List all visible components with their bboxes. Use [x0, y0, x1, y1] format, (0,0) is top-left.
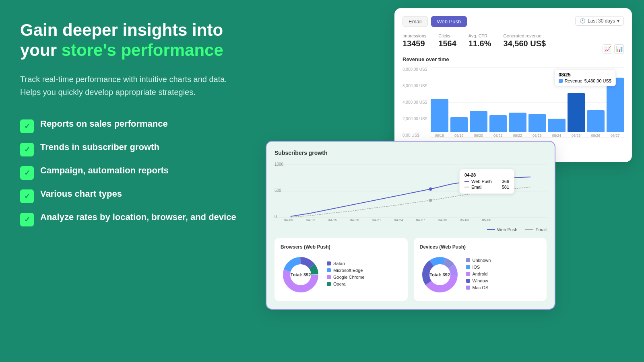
feature-item-2: Trends in subscriber growth	[20, 142, 246, 156]
headline-line1: Gain deeper insights into	[20, 21, 223, 39]
bar-8	[587, 110, 605, 132]
bar-label-0: 08/18	[435, 134, 444, 138]
svg-text:04-18: 04-18	[350, 218, 359, 221]
feature-item-5: Analyze rates by location, browser, and …	[20, 212, 246, 226]
left-panel: Gain deeper insights into your store's p…	[20, 20, 246, 235]
bar-group-1: 08/19	[450, 117, 468, 138]
check-icon-2	[20, 143, 34, 156]
bar-group-4: 08/22	[509, 113, 526, 138]
bar-group-2: 08/20	[470, 111, 487, 138]
feature-label-1: Reports on sales performance	[40, 119, 168, 129]
bar-chart: 8,000,00 US$ 6,000,00 US$ 4,000,00 US$ 2…	[402, 67, 624, 148]
tooltip-row: Revenue 5,430.00 US$	[559, 78, 611, 83]
bar-label-3: 08/21	[493, 134, 503, 138]
devices-donut: Total: 392	[420, 255, 460, 295]
metric-revenue: Generated revenue 34,560 US$	[504, 33, 546, 48]
line-chart-tooltip: 04-28 Web Push 366 Email 581	[459, 169, 514, 194]
bar-label-8: 08/26	[591, 134, 600, 138]
bar-4	[509, 113, 526, 132]
line-chart-container: 1000 500 0 04-09 04-12 04-15 04-18 04-21…	[275, 161, 547, 221]
clicks-label: Clicks	[438, 33, 456, 38]
feature-item-4: Various chart types	[20, 189, 246, 203]
webpush-line	[487, 229, 495, 230]
revenue-dashboard: Email Web Push 🕐 Last 30 days ▾ Impressi…	[394, 8, 632, 162]
bar-3	[489, 115, 507, 132]
devices-donut-section: Total: 392 Unknown IOS Android	[420, 255, 541, 295]
svg-text:500: 500	[275, 188, 281, 193]
revenue-tooltip: 08/25 Revenue 5,430.00 US$	[554, 69, 616, 86]
email-legend-label: Email	[535, 227, 547, 232]
browsers-title: Browsers (Web Push)	[281, 244, 402, 250]
tooltip-label: Revenue	[565, 78, 582, 83]
legend-window: Window	[466, 278, 491, 283]
ios-color	[466, 265, 470, 269]
date-filter-label: Last 30 days	[588, 18, 615, 24]
android-label: Android	[473, 272, 488, 276]
impressions-value: 13459	[402, 39, 426, 48]
devices-legend: Unknown IOS Android Window	[466, 258, 491, 292]
bar-label-1: 08/19	[454, 134, 464, 138]
legend-edge: Microsoft Edge	[327, 268, 365, 273]
svg-text:0: 0	[275, 214, 277, 219]
webpush-legend-label: Web Push	[497, 227, 518, 232]
y-axis: 8,000,00 US$ 6,000,00 US$ 4,000,00 US$ 2…	[402, 67, 427, 138]
bar-7	[568, 93, 585, 132]
browsers-donut: Total: 392	[281, 255, 321, 295]
bar-group-6: 08/24	[548, 119, 566, 138]
legend-macos: Mac OS	[466, 285, 491, 290]
subscribers-title: Subscribers growth	[275, 150, 547, 156]
y-label-5: 0,00 US$	[402, 133, 427, 138]
macos-label: Mac OS	[473, 285, 489, 290]
impressions-label: Impressions	[402, 33, 426, 38]
tab-webpush[interactable]: Web Push	[431, 16, 467, 27]
bottom-charts-row: Browsers (Web Push) Total: 392	[275, 238, 547, 301]
svg-text:05-03: 05-03	[460, 218, 469, 221]
revenue-value: 34,560 US$	[504, 39, 546, 48]
bar-label-2: 08/20	[474, 134, 483, 138]
date-filter[interactable]: 🕐 Last 30 days ▾	[575, 16, 624, 26]
feature-label-3: Campaign, automation reports	[40, 165, 169, 176]
opera-color	[327, 282, 331, 286]
bar-5	[528, 114, 546, 132]
headline-line2: your	[20, 41, 62, 60]
window-color	[466, 279, 470, 283]
chrome-color	[327, 275, 331, 279]
chevron-down-icon: ▾	[617, 18, 619, 24]
svg-text:04-09: 04-09	[284, 218, 293, 221]
svg-text:04-21: 04-21	[372, 218, 381, 221]
tooltip-webpush-label: Web Push	[471, 179, 492, 184]
check-icon-1	[20, 119, 34, 133]
headline-highlight: store's performance	[62, 41, 223, 60]
devices-chart-card: Devices (Web Push) Total: 392	[414, 238, 547, 301]
chart-legend-bottom: Web Push Email	[275, 227, 547, 232]
svg-point-17	[429, 199, 432, 202]
clicks-value: 1564	[438, 39, 456, 48]
bar-group-7: 08/25	[568, 93, 585, 138]
feature-label-5: Analyze rates by location, browser, and …	[40, 212, 236, 222]
tab-email[interactable]: Email	[402, 16, 428, 27]
email-dash	[464, 187, 469, 187]
browsers-chart-card: Browsers (Web Push) Total: 392	[275, 238, 408, 301]
edge-color	[327, 268, 331, 272]
feature-item-3: Campaign, automation reports	[20, 165, 246, 180]
safari-color	[327, 261, 331, 265]
email-line	[525, 229, 533, 230]
bar-chart-icon[interactable]: 📊	[614, 44, 624, 54]
svg-text:04-27: 04-27	[416, 218, 425, 221]
opera-label: Opera	[333, 282, 346, 286]
legend-android: Android	[466, 272, 491, 276]
window-label: Window	[473, 278, 488, 283]
subscribers-dashboard: Subscribers growth 1000 500 0 04-09 04-1…	[266, 141, 555, 310]
line-chart-icon[interactable]: 📈	[603, 44, 612, 54]
legend-unknown: Unknown	[466, 258, 491, 263]
bar-0	[431, 99, 448, 132]
android-color	[466, 272, 470, 276]
check-icon-3	[20, 166, 34, 180]
check-icon-4	[20, 189, 34, 203]
bar-group-0: 08/18	[431, 99, 448, 138]
tooltip-email-value: 581	[494, 185, 509, 189]
legend-safari: Safari	[327, 261, 365, 266]
legend-opera: Opera	[327, 282, 365, 286]
bar-group-8: 08/26	[587, 110, 605, 138]
y-label-1: 8,000,00 US$	[402, 67, 427, 72]
